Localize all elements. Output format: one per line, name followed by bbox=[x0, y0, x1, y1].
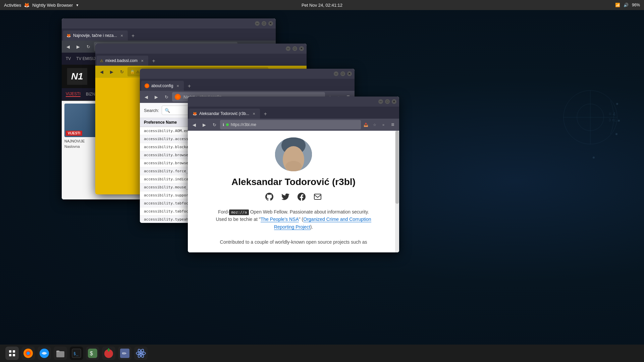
svg-point-15 bbox=[285, 161, 302, 172]
r3bl-back-btn[interactable]: ◀ bbox=[190, 120, 199, 129]
taskbar-inkscape-icon[interactable]: ✏ bbox=[118, 347, 131, 360]
config-close-btn[interactable]: ✕ bbox=[347, 71, 352, 76]
r3bl-scrollbar[interactable] bbox=[395, 131, 399, 252]
badssl-close-btn[interactable]: ✕ bbox=[299, 46, 304, 51]
volume-icon: 🔊 bbox=[624, 3, 629, 7]
r3bl-avatar bbox=[275, 137, 312, 171]
config-tab-label: about:config bbox=[151, 83, 173, 88]
n1-win-controls: ─ □ ✕ bbox=[255, 21, 273, 26]
badssl-tab-bar: ⚠ mixed.badssl.com ✕ + bbox=[95, 54, 307, 66]
svg-text:$: $ bbox=[90, 351, 93, 356]
r3bl-scrollbar-thumb[interactable] bbox=[395, 131, 399, 204]
taskbar-terminal-icon[interactable]: $_ bbox=[70, 347, 83, 360]
r3bl-titlebar: ─ □ ✕ bbox=[188, 97, 399, 107]
app-menu-chevron[interactable]: ▼ bbox=[75, 3, 79, 7]
r3bl-url-input[interactable]: ℹ https://r3bl.me bbox=[220, 120, 361, 129]
n1-close-btn[interactable]: ✕ bbox=[268, 21, 273, 26]
r3bl-tab-bar: 🦊 Aleksandar Todorović (r3b... ✕ + bbox=[188, 107, 399, 119]
taskbar-grid-icon[interactable] bbox=[5, 347, 19, 360]
badssl-forward-btn[interactable]: ▶ bbox=[107, 67, 116, 76]
config-win-controls: ─ □ ✕ bbox=[334, 71, 352, 76]
badssl-minimize-btn[interactable]: ─ bbox=[286, 46, 290, 51]
r3bl-nsa-link[interactable]: The People's NSA bbox=[261, 217, 299, 222]
n1-reload-btn[interactable]: ↻ bbox=[84, 42, 93, 51]
config-forward-btn[interactable]: ▶ bbox=[152, 93, 161, 101]
r3bl-new-tab-btn[interactable]: + bbox=[261, 109, 270, 119]
badssl-warning-icon: ⚠ bbox=[136, 70, 140, 74]
n1-tab-label: Najnovije, tačne i neza... bbox=[73, 33, 117, 38]
badssl-security-icon: 🔒 bbox=[130, 70, 135, 74]
taskbar-pomodoro-icon[interactable] bbox=[102, 347, 115, 360]
activities-button[interactable]: Activities bbox=[4, 3, 21, 8]
r3bl-bio-fellow: Open Web Fellow. Passionate about inform… bbox=[249, 209, 369, 215]
svg-text:✏: ✏ bbox=[122, 351, 127, 356]
config-reload-btn[interactable]: ↻ bbox=[162, 93, 171, 101]
r3bl-close-btn[interactable]: ✕ bbox=[392, 99, 396, 104]
taskbar-firefox-icon[interactable] bbox=[21, 347, 35, 360]
n1-nav-tv[interactable]: TV bbox=[66, 56, 71, 61]
svg-point-7 bbox=[618, 120, 620, 122]
taskbar-thunderbird-icon[interactable] bbox=[38, 347, 51, 360]
svg-rect-19 bbox=[9, 354, 11, 356]
badssl-reload-btn[interactable]: ↻ bbox=[117, 67, 126, 76]
twitter-icon[interactable] bbox=[281, 193, 289, 203]
nightly-topbar-icon: 🦊 bbox=[24, 2, 30, 8]
r3bl-moza-badge: moz://a bbox=[229, 209, 249, 215]
r3bl-pocket-btn[interactable]: 📥 bbox=[362, 121, 370, 128]
n1-maximize-btn[interactable]: □ bbox=[262, 21, 266, 26]
r3bl-url-icons: 📥 ☆ » bbox=[362, 121, 387, 128]
r3bl-maximize-btn[interactable]: □ bbox=[385, 99, 390, 104]
github-icon[interactable] bbox=[265, 193, 273, 203]
badssl-maximize-btn[interactable]: □ bbox=[292, 46, 297, 51]
svg-rect-16 bbox=[314, 194, 321, 199]
n1-tab-close[interactable]: ✕ bbox=[119, 33, 124, 38]
r3bl-tab[interactable]: 🦊 Aleksandar Todorović (r3b... ✕ bbox=[189, 109, 260, 119]
svg-rect-17 bbox=[9, 350, 11, 353]
config-new-tab-btn[interactable]: + bbox=[184, 81, 194, 91]
svg-text:= 4: = 4 bbox=[609, 111, 615, 117]
badssl-back-btn[interactable]: ◀ bbox=[97, 67, 106, 76]
badssl-new-tab-btn[interactable]: + bbox=[149, 56, 158, 66]
config-maximize-btn[interactable]: □ bbox=[340, 71, 345, 76]
config-minimize-btn[interactable]: ─ bbox=[334, 71, 338, 76]
r3bl-bookmark-btn[interactable]: ☆ bbox=[371, 121, 378, 128]
topbar-clock: Pet Nov 24, 02:41:12 bbox=[302, 3, 342, 8]
taskbar-files-icon[interactable] bbox=[54, 347, 67, 360]
r3bl-bio-line2-start: Used to be techie at " bbox=[216, 217, 260, 222]
email-icon[interactable] bbox=[314, 193, 322, 203]
r3bl-more-btn[interactable]: » bbox=[380, 121, 387, 128]
facebook-icon[interactable] bbox=[298, 193, 306, 203]
n1-tab[interactable]: 🦊 Najnovije, tačne i neza... ✕ bbox=[63, 31, 128, 41]
r3bl-minimize-btn[interactable]: ─ bbox=[378, 99, 383, 104]
battery-label: 96% bbox=[632, 3, 640, 7]
n1-nav-emisije[interactable]: TV EMISIJE bbox=[76, 56, 98, 61]
r3bl-bio-text: Ford-moz://a Open Web Fellow. Passionate… bbox=[210, 208, 377, 246]
taskbar: $_ $ ✏ bbox=[0, 345, 644, 362]
svg-point-8 bbox=[615, 133, 618, 135]
n1-back-btn[interactable]: ◀ bbox=[64, 42, 72, 51]
badssl-win-controls: ─ □ ✕ bbox=[286, 46, 304, 51]
badssl-tab-close[interactable]: ✕ bbox=[140, 58, 145, 63]
n1-minimize-btn[interactable]: ─ bbox=[255, 21, 260, 26]
badssl-tab[interactable]: ⚠ mixed.badssl.com ✕ bbox=[97, 56, 148, 66]
r3bl-forward-btn[interactable]: ▶ bbox=[200, 120, 209, 129]
topbar-tray: 📶 🔊 96% bbox=[615, 3, 640, 7]
n1-forward-btn[interactable]: ▶ bbox=[74, 42, 83, 51]
network-icon: 📶 bbox=[615, 3, 620, 7]
n1-nav-vijesti[interactable]: VIJESTI bbox=[66, 92, 80, 97]
svg-rect-25 bbox=[56, 351, 64, 357]
r3bl-tab-close[interactable]: ✕ bbox=[251, 111, 257, 116]
config-back-btn[interactable]: ◀ bbox=[142, 93, 151, 101]
taskbar-atom-icon[interactable] bbox=[134, 347, 148, 360]
r3bl-url-text: https://r3bl.me bbox=[231, 122, 256, 127]
r3bl-reload-btn[interactable]: ↻ bbox=[210, 120, 219, 129]
r3bl-menu-btn[interactable]: ≡ bbox=[388, 120, 397, 129]
r3bl-urlbar-row: ◀ ▶ ↻ ℹ https://r3bl.me 📥 ☆ » ≡ bbox=[188, 119, 399, 131]
config-tab-close[interactable]: ✕ bbox=[175, 83, 180, 88]
r3bl-bio-end: ). bbox=[310, 224, 313, 230]
taskbar-skrooge-icon[interactable]: $ bbox=[86, 347, 99, 360]
n1-new-tab-btn[interactable]: + bbox=[128, 31, 138, 41]
config-tab[interactable]: about:config ✕ bbox=[141, 81, 184, 91]
svg-point-6 bbox=[616, 103, 618, 105]
r3bl-name-heading: Aleksandar Todorović (r3bl) bbox=[231, 177, 356, 187]
